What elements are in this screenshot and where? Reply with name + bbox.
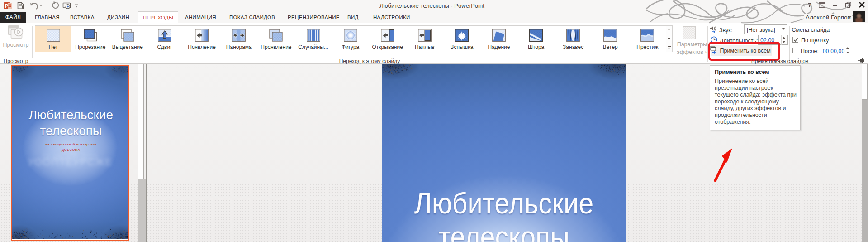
svg-text:P: P [5,3,8,9]
